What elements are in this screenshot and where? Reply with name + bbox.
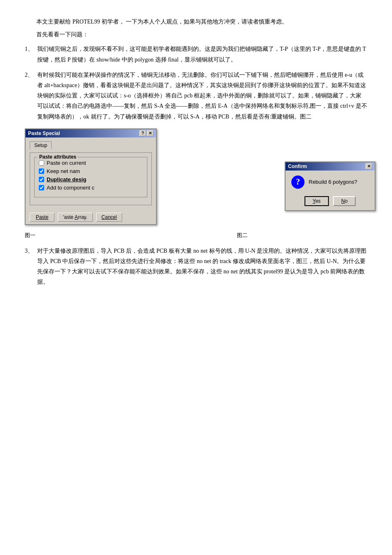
paste-special-footer: Paste 'aste Array. Cancel: [26, 210, 156, 224]
list-num-3: 3、: [25, 246, 37, 287]
checkbox-keep-net-name-label: Keep net nam: [47, 168, 80, 174]
paste-array-button[interactable]: 'aste Array.: [58, 213, 93, 222]
checkbox-paste-on-current[interactable]: Paste on current: [39, 160, 143, 166]
paste-special-dialog: Paste Special ? ✕ Setup Paste attributes: [25, 128, 157, 225]
checkbox-paste-on-current-label: Paste on current: [47, 160, 86, 166]
paste-attributes-group: Paste attributes Paste on current Keep n…: [34, 157, 147, 197]
confirm-title: Confirm: [288, 164, 307, 169]
paste-rest: aste: [39, 214, 49, 220]
paste-special-titlebar: Paste Special ? ✕: [26, 129, 156, 138]
list-content-1: 我们铺完铜之后，发现铜不看不到，这可能是初学者都能遇到的。这是因为我们把铺铜隐藏…: [37, 44, 367, 64]
confirm-body: ? Rebuild 6 polygons?: [286, 171, 375, 194]
tab-bar: Setup: [30, 141, 152, 149]
confirm-dialog: Confirm ✕ ? Rebuild 6 polygons? Yes No: [285, 161, 375, 211]
list-num-2: 2、: [25, 70, 37, 122]
yes-button[interactable]: Yes: [305, 196, 329, 206]
help-button[interactable]: ?: [139, 130, 146, 136]
paste-special-body: Setup Paste attributes Paste on current: [26, 138, 156, 210]
intro-line1: 本文主要献给 PROTEL99 初学者， 一下为本人个人观点，如果与其他地方冲突…: [25, 17, 367, 27]
checkbox-add-to-component[interactable]: Add to component c: [39, 185, 143, 191]
no-underline: N: [341, 198, 345, 204]
confirm-footer: Yes No: [286, 194, 375, 210]
checkbox-duplicate-desig-label: Duplicate desig: [47, 176, 86, 183]
list-num-1: 1、: [25, 44, 37, 64]
figure-label-2: 图二: [237, 232, 248, 239]
intro-line2: 首先看看一下问题：: [25, 29, 367, 40]
checkbox-add-to-component-label: Add to component c: [47, 185, 94, 191]
checkbox-keep-net-name[interactable]: Keep net nam: [39, 168, 143, 174]
paste-button[interactable]: Paste: [30, 213, 54, 222]
list-item-1: 1、 我们铺完铜之后，发现铜不看不到，这可能是初学者都能遇到的。这是因为我们把铺…: [25, 44, 367, 64]
confirm-message: Rebuild 6 polygons?: [309, 179, 357, 185]
paste-special-title: Paste Special: [28, 130, 60, 136]
paste-array-underline: A: [75, 214, 78, 220]
tab-content: Paste attributes Paste on current Keep n…: [30, 152, 152, 205]
checkbox-duplicate-desig[interactable]: Duplicate desig: [39, 176, 143, 183]
list-item-2: 2、 有时候我们可能在某种误操作的情况下，铺铜无法移动，无法删除。你们可以试一下…: [25, 70, 367, 122]
checkbox-paste-on-current-input[interactable]: [39, 160, 44, 166]
page-content: 本文主要献给 PROTEL99 初学者， 一下为本人个人观点，如果与其他地方冲突…: [25, 17, 367, 287]
tab-setup[interactable]: Setup: [30, 141, 52, 149]
confirm-close-button[interactable]: ✕: [366, 164, 372, 169]
figure-labels: 图一 图二: [25, 232, 248, 239]
checkbox-keep-net-name-input[interactable]: [39, 168, 44, 174]
question-icon: ?: [291, 176, 305, 189]
cancel-rest: ancel: [105, 214, 117, 220]
close-button[interactable]: ✕: [147, 130, 153, 136]
dialog-area: Paste Special ? ✕ Setup Paste attributes: [25, 128, 367, 225]
no-button[interactable]: No: [333, 196, 356, 206]
list-item-3: 3、 对于大量修改原理图后，导入 PCB 后，会造成 PCB 板有大量 no n…: [25, 246, 367, 287]
checkbox-duplicate-desig-input[interactable]: [39, 177, 44, 182]
confirm-titlebar: Confirm ✕: [286, 162, 375, 171]
figure-label-1: 图一: [25, 232, 35, 239]
checkbox-add-to-component-input[interactable]: [39, 185, 44, 190]
cancel-button[interactable]: Cancel: [96, 213, 122, 222]
group-label: Paste attributes: [38, 154, 78, 160]
list-content-3: 对于大量修改原理图后，导入 PCB 后，会造成 PCB 板有大量 no net …: [37, 246, 367, 287]
yes-underline: Y: [313, 198, 316, 204]
paste-underline: P: [36, 214, 39, 220]
list-content-2: 有时候我们可能在某种误操作的情况下，铺铜无法移动，无法删除。你们可以试一下铺下铜…: [37, 70, 367, 122]
titlebar-controls: ? ✕: [139, 130, 153, 136]
